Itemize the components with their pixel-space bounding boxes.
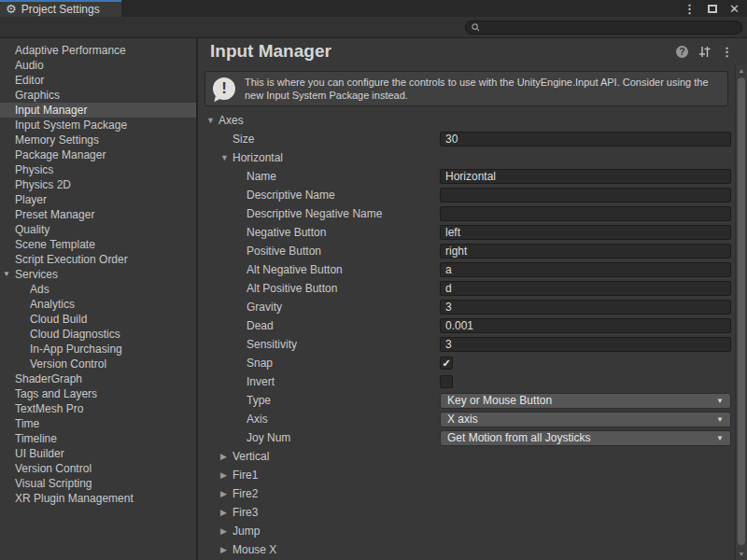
search-input[interactable] bbox=[484, 22, 717, 34]
sidebar-item-cloud-build[interactable]: Cloud Build bbox=[0, 312, 196, 327]
input-alt-negative-button[interactable]: a bbox=[440, 262, 731, 277]
sidebar-item-label: Analytics bbox=[30, 298, 75, 311]
sidebar-item-preset-manager[interactable]: Preset Manager bbox=[0, 207, 196, 222]
sidebar-item-adaptive-performance[interactable]: Adaptive Performance bbox=[0, 43, 196, 58]
sidebar-item-editor[interactable]: Editor bbox=[0, 73, 196, 88]
sidebar-item-quality[interactable]: Quality bbox=[0, 222, 196, 237]
sidebar-item-input-manager[interactable]: Input Manager bbox=[0, 103, 196, 118]
input-alt-positive-button[interactable]: d bbox=[440, 281, 731, 296]
input-negative-button[interactable]: left bbox=[440, 225, 731, 240]
sidebar-item-tags-and-layers[interactable]: Tags and Layers bbox=[0, 386, 196, 401]
settings-row-dead: Dead0.001 bbox=[198, 316, 735, 335]
settings-row-axes: ▼Axes bbox=[198, 111, 735, 130]
row-label[interactable]: Axes bbox=[218, 114, 244, 127]
presets-icon[interactable] bbox=[698, 46, 711, 58]
sidebar-item-xr-plugin-management[interactable]: XR Plugin Management bbox=[0, 491, 196, 506]
sidebar-item-textmesh-pro[interactable]: TextMesh Pro bbox=[0, 401, 196, 416]
foldout-closed-icon[interactable]: ▶ bbox=[220, 470, 233, 480]
settings-row-name: NameHorizontal bbox=[198, 167, 735, 186]
sidebar-item-package-manager[interactable]: Package Manager bbox=[0, 147, 196, 162]
scroll-region: ! This is where you can configure the co… bbox=[198, 64, 747, 560]
settings-row-fire1: ▶Fire1 bbox=[198, 466, 735, 484]
input-name[interactable]: Horizontal bbox=[440, 169, 731, 184]
window-menu-icon[interactable]: ⋮ bbox=[684, 2, 696, 16]
foldout-closed-icon[interactable]: ▶ bbox=[220, 489, 233, 498]
window-body: Adaptive PerformanceAudioEditorGraphicsI… bbox=[0, 38, 747, 560]
search-box[interactable] bbox=[465, 21, 742, 35]
sidebar-item-label: Input Manager bbox=[15, 104, 87, 117]
settings-row-descriptive-name: Descriptive Name bbox=[198, 186, 735, 204]
foldout-open-icon[interactable]: ▼ bbox=[220, 153, 233, 162]
checkbox-snap[interactable]: ✓ bbox=[440, 357, 453, 370]
dropdown-type[interactable]: Key or Mouse Button▼ bbox=[440, 393, 731, 409]
foldout-closed-icon[interactable]: ▶ bbox=[220, 508, 233, 517]
row-label[interactable]: Fire2 bbox=[233, 487, 258, 500]
row-label[interactable]: Jump bbox=[233, 525, 260, 538]
input-gravity[interactable]: 3 bbox=[440, 300, 731, 315]
tab-project-settings[interactable]: ⚙ Project Settings bbox=[0, 0, 121, 17]
sidebar-item-physics[interactable]: Physics bbox=[0, 162, 196, 177]
vertical-scrollbar[interactable]: ▲ ▼ bbox=[735, 64, 747, 560]
scroll-down-icon[interactable]: ▼ bbox=[736, 551, 747, 557]
foldout-closed-icon[interactable]: ▶ bbox=[220, 452, 233, 461]
sidebar-item-scene-template[interactable]: Scene Template bbox=[0, 237, 196, 252]
foldout-closed-icon[interactable]: ▶ bbox=[220, 526, 233, 536]
sidebar-item-label: Preset Manager bbox=[15, 208, 94, 221]
row-label[interactable]: Horizontal bbox=[233, 151, 283, 164]
sidebar-item-audio[interactable]: Audio bbox=[0, 58, 196, 73]
sidebar-item-label: Input System Package bbox=[15, 119, 127, 132]
row-label[interactable]: Mouse X bbox=[233, 543, 276, 556]
sidebar-item-services[interactable]: ▼Services bbox=[0, 267, 196, 282]
sidebar-item-label: TextMesh Pro bbox=[15, 402, 83, 415]
sidebar-item-label: ShaderGraph bbox=[15, 372, 82, 385]
sidebar-item-ads[interactable]: Ads bbox=[0, 282, 196, 297]
dropdown-joy-num[interactable]: Get Motion from all Joysticks▼ bbox=[440, 430, 731, 446]
main-panel: Input Manager ? ⋮ ! This is w bbox=[198, 38, 747, 560]
checkbox-invert[interactable] bbox=[440, 375, 453, 388]
sidebar-item-input-system-package[interactable]: Input System Package bbox=[0, 118, 196, 133]
page-title: Input Manager bbox=[210, 41, 676, 62]
sidebar-item-label: Script Execution Order bbox=[15, 253, 128, 266]
input-descriptive-name[interactable] bbox=[440, 188, 731, 203]
sidebar-item-time[interactable]: Time bbox=[0, 416, 196, 431]
foldout-open-icon[interactable]: ▼ bbox=[3, 267, 10, 282]
sidebar-item-player[interactable]: Player bbox=[0, 192, 196, 207]
row-label[interactable]: Vertical bbox=[233, 450, 269, 463]
row-label[interactable]: Fire1 bbox=[233, 469, 258, 482]
sidebar-item-label: In-App Purchasing bbox=[30, 343, 122, 356]
close-icon[interactable]: ✕ bbox=[729, 2, 740, 16]
sidebar-item-analytics[interactable]: Analytics bbox=[0, 297, 196, 312]
help-icon[interactable]: ? bbox=[676, 46, 688, 58]
sidebar-item-graphics[interactable]: Graphics bbox=[0, 88, 196, 103]
sidebar-item-memory-settings[interactable]: Memory Settings bbox=[0, 133, 196, 147]
scrollbar-thumb[interactable] bbox=[738, 77, 745, 545]
input-sensitivity[interactable]: 3 bbox=[440, 337, 731, 352]
input-dead[interactable]: 0.001 bbox=[440, 318, 731, 333]
sidebar-item-version-control[interactable]: Version Control bbox=[0, 461, 196, 476]
sidebar-item-label: UI Builder bbox=[15, 447, 64, 460]
sidebar-item-shadergraph[interactable]: ShaderGraph bbox=[0, 371, 196, 386]
input-size[interactable]: 30 bbox=[440, 132, 731, 147]
sidebar-item-version-control[interactable]: Version Control bbox=[0, 357, 196, 371]
row-label[interactable]: Fire3 bbox=[233, 506, 258, 519]
foldout-open-icon[interactable]: ▼ bbox=[206, 116, 218, 125]
settings-row-fire3: ▶Fire3 bbox=[198, 503, 735, 522]
sidebar-item-label: Services bbox=[15, 268, 58, 281]
sidebar-item-cloud-diagnostics[interactable]: Cloud Diagnostics bbox=[0, 327, 196, 342]
sidebar-item-in-app-purchasing[interactable]: In-App Purchasing bbox=[0, 342, 196, 357]
sidebar-item-visual-scripting[interactable]: Visual Scripting bbox=[0, 476, 196, 491]
sidebar-item-physics-2d[interactable]: Physics 2D bbox=[0, 177, 196, 192]
sidebar-item-ui-builder[interactable]: UI Builder bbox=[0, 446, 196, 461]
input-descriptive-negative-name[interactable] bbox=[440, 206, 731, 221]
dropdown-axis[interactable]: X axis▼ bbox=[440, 412, 731, 427]
sidebar-item-script-execution-order[interactable]: Script Execution Order bbox=[0, 252, 196, 267]
settings-row-descriptive-negative-name: Descriptive Negative Name bbox=[198, 204, 735, 223]
maximize-icon[interactable] bbox=[708, 5, 717, 13]
scroll-up-icon[interactable]: ▲ bbox=[736, 67, 747, 74]
more-icon[interactable]: ⋮ bbox=[721, 45, 733, 59]
sidebar-item-timeline[interactable]: Timeline bbox=[0, 431, 196, 446]
input-positive-button[interactable]: right bbox=[440, 244, 731, 259]
foldout-closed-icon[interactable]: ▶ bbox=[220, 545, 233, 554]
row-label: Alt Negative Button bbox=[247, 263, 343, 276]
row-label: Descriptive Negative Name bbox=[247, 207, 382, 220]
